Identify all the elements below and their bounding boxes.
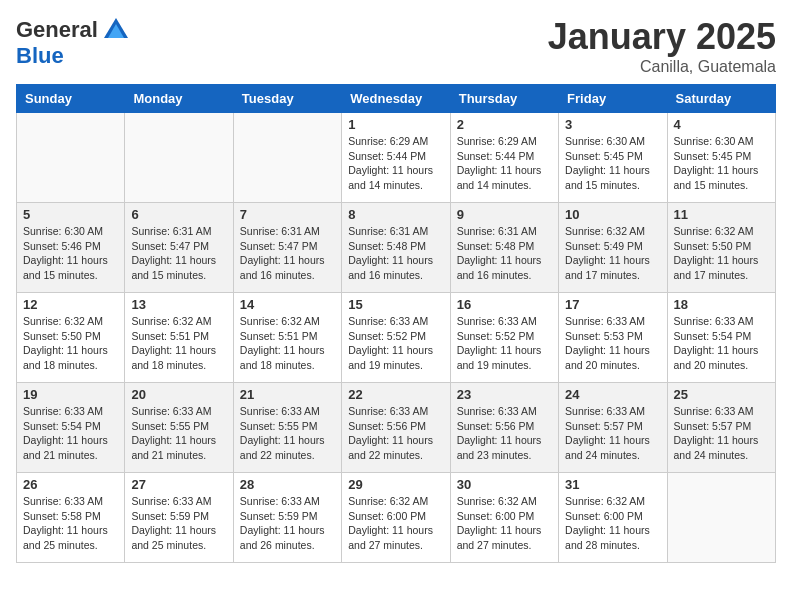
calendar-table: SundayMondayTuesdayWednesdayThursdayFrid… <box>16 84 776 563</box>
day-info: Sunrise: 6:33 AM Sunset: 5:52 PM Dayligh… <box>457 314 552 373</box>
weekday-header: Tuesday <box>233 85 341 113</box>
day-number: 6 <box>131 207 226 222</box>
calendar-cell: 29Sunrise: 6:32 AM Sunset: 6:00 PM Dayli… <box>342 473 450 563</box>
day-info: Sunrise: 6:31 AM Sunset: 5:48 PM Dayligh… <box>348 224 443 283</box>
day-info: Sunrise: 6:32 AM Sunset: 5:51 PM Dayligh… <box>131 314 226 373</box>
day-number: 25 <box>674 387 769 402</box>
calendar-cell: 13Sunrise: 6:32 AM Sunset: 5:51 PM Dayli… <box>125 293 233 383</box>
day-info: Sunrise: 6:31 AM Sunset: 5:48 PM Dayligh… <box>457 224 552 283</box>
page-header: General Blue January 2025 Canilla, Guate… <box>16 16 776 76</box>
calendar-cell: 31Sunrise: 6:32 AM Sunset: 6:00 PM Dayli… <box>559 473 667 563</box>
day-number: 31 <box>565 477 660 492</box>
day-number: 8 <box>348 207 443 222</box>
logo-blue-text: Blue <box>16 43 64 68</box>
day-info: Sunrise: 6:33 AM Sunset: 5:57 PM Dayligh… <box>565 404 660 463</box>
calendar-cell: 2Sunrise: 6:29 AM Sunset: 5:44 PM Daylig… <box>450 113 558 203</box>
calendar-cell <box>17 113 125 203</box>
day-info: Sunrise: 6:33 AM Sunset: 5:55 PM Dayligh… <box>131 404 226 463</box>
calendar-cell: 19Sunrise: 6:33 AM Sunset: 5:54 PM Dayli… <box>17 383 125 473</box>
day-info: Sunrise: 6:33 AM Sunset: 5:54 PM Dayligh… <box>674 314 769 373</box>
day-number: 22 <box>348 387 443 402</box>
day-info: Sunrise: 6:33 AM Sunset: 5:56 PM Dayligh… <box>457 404 552 463</box>
calendar-cell: 27Sunrise: 6:33 AM Sunset: 5:59 PM Dayli… <box>125 473 233 563</box>
day-number: 14 <box>240 297 335 312</box>
day-info: Sunrise: 6:33 AM Sunset: 5:56 PM Dayligh… <box>348 404 443 463</box>
calendar-cell: 20Sunrise: 6:33 AM Sunset: 5:55 PM Dayli… <box>125 383 233 473</box>
calendar-week-row: 19Sunrise: 6:33 AM Sunset: 5:54 PM Dayli… <box>17 383 776 473</box>
calendar-cell: 24Sunrise: 6:33 AM Sunset: 5:57 PM Dayli… <box>559 383 667 473</box>
day-number: 19 <box>23 387 118 402</box>
calendar-cell: 17Sunrise: 6:33 AM Sunset: 5:53 PM Dayli… <box>559 293 667 383</box>
page-title: January 2025 <box>548 16 776 58</box>
logo-general-text: General <box>16 18 98 42</box>
day-number: 29 <box>348 477 443 492</box>
calendar-week-row: 12Sunrise: 6:32 AM Sunset: 5:50 PM Dayli… <box>17 293 776 383</box>
day-info: Sunrise: 6:33 AM Sunset: 5:57 PM Dayligh… <box>674 404 769 463</box>
day-info: Sunrise: 6:32 AM Sunset: 6:00 PM Dayligh… <box>348 494 443 553</box>
calendar-cell: 18Sunrise: 6:33 AM Sunset: 5:54 PM Dayli… <box>667 293 775 383</box>
logo: General Blue <box>16 16 130 68</box>
title-block: January 2025 Canilla, Guatemala <box>548 16 776 76</box>
calendar-week-row: 26Sunrise: 6:33 AM Sunset: 5:58 PM Dayli… <box>17 473 776 563</box>
day-number: 12 <box>23 297 118 312</box>
calendar-cell: 11Sunrise: 6:32 AM Sunset: 5:50 PM Dayli… <box>667 203 775 293</box>
calendar-cell: 14Sunrise: 6:32 AM Sunset: 5:51 PM Dayli… <box>233 293 341 383</box>
day-info: Sunrise: 6:31 AM Sunset: 5:47 PM Dayligh… <box>131 224 226 283</box>
day-info: Sunrise: 6:30 AM Sunset: 5:45 PM Dayligh… <box>674 134 769 193</box>
calendar-cell: 30Sunrise: 6:32 AM Sunset: 6:00 PM Dayli… <box>450 473 558 563</box>
calendar-cell: 26Sunrise: 6:33 AM Sunset: 5:58 PM Dayli… <box>17 473 125 563</box>
calendar-cell <box>233 113 341 203</box>
day-number: 9 <box>457 207 552 222</box>
calendar-cell: 4Sunrise: 6:30 AM Sunset: 5:45 PM Daylig… <box>667 113 775 203</box>
calendar-week-row: 5Sunrise: 6:30 AM Sunset: 5:46 PM Daylig… <box>17 203 776 293</box>
weekday-header: Saturday <box>667 85 775 113</box>
calendar-cell: 3Sunrise: 6:30 AM Sunset: 5:45 PM Daylig… <box>559 113 667 203</box>
day-info: Sunrise: 6:33 AM Sunset: 5:59 PM Dayligh… <box>240 494 335 553</box>
day-number: 18 <box>674 297 769 312</box>
day-info: Sunrise: 6:29 AM Sunset: 5:44 PM Dayligh… <box>457 134 552 193</box>
day-number: 21 <box>240 387 335 402</box>
calendar-cell: 22Sunrise: 6:33 AM Sunset: 5:56 PM Dayli… <box>342 383 450 473</box>
calendar-cell: 1Sunrise: 6:29 AM Sunset: 5:44 PM Daylig… <box>342 113 450 203</box>
day-info: Sunrise: 6:32 AM Sunset: 5:49 PM Dayligh… <box>565 224 660 283</box>
day-number: 26 <box>23 477 118 492</box>
day-number: 1 <box>348 117 443 132</box>
calendar-week-row: 1Sunrise: 6:29 AM Sunset: 5:44 PM Daylig… <box>17 113 776 203</box>
weekday-header: Thursday <box>450 85 558 113</box>
day-info: Sunrise: 6:32 AM Sunset: 6:00 PM Dayligh… <box>457 494 552 553</box>
day-info: Sunrise: 6:31 AM Sunset: 5:47 PM Dayligh… <box>240 224 335 283</box>
day-info: Sunrise: 6:32 AM Sunset: 5:50 PM Dayligh… <box>674 224 769 283</box>
day-number: 10 <box>565 207 660 222</box>
day-number: 15 <box>348 297 443 312</box>
day-info: Sunrise: 6:30 AM Sunset: 5:45 PM Dayligh… <box>565 134 660 193</box>
calendar-cell: 23Sunrise: 6:33 AM Sunset: 5:56 PM Dayli… <box>450 383 558 473</box>
calendar-cell: 8Sunrise: 6:31 AM Sunset: 5:48 PM Daylig… <box>342 203 450 293</box>
calendar-cell <box>667 473 775 563</box>
day-info: Sunrise: 6:33 AM Sunset: 5:59 PM Dayligh… <box>131 494 226 553</box>
day-number: 30 <box>457 477 552 492</box>
day-number: 24 <box>565 387 660 402</box>
calendar-cell: 10Sunrise: 6:32 AM Sunset: 5:49 PM Dayli… <box>559 203 667 293</box>
day-number: 4 <box>674 117 769 132</box>
day-number: 16 <box>457 297 552 312</box>
weekday-header: Sunday <box>17 85 125 113</box>
calendar-cell: 7Sunrise: 6:31 AM Sunset: 5:47 PM Daylig… <box>233 203 341 293</box>
day-number: 7 <box>240 207 335 222</box>
day-number: 20 <box>131 387 226 402</box>
calendar-cell: 12Sunrise: 6:32 AM Sunset: 5:50 PM Dayli… <box>17 293 125 383</box>
calendar-cell: 16Sunrise: 6:33 AM Sunset: 5:52 PM Dayli… <box>450 293 558 383</box>
day-info: Sunrise: 6:33 AM Sunset: 5:53 PM Dayligh… <box>565 314 660 373</box>
weekday-header: Friday <box>559 85 667 113</box>
day-number: 27 <box>131 477 226 492</box>
logo-icon <box>102 16 130 44</box>
day-info: Sunrise: 6:33 AM Sunset: 5:55 PM Dayligh… <box>240 404 335 463</box>
weekday-header: Monday <box>125 85 233 113</box>
day-number: 23 <box>457 387 552 402</box>
calendar-cell: 5Sunrise: 6:30 AM Sunset: 5:46 PM Daylig… <box>17 203 125 293</box>
calendar-cell: 15Sunrise: 6:33 AM Sunset: 5:52 PM Dayli… <box>342 293 450 383</box>
day-info: Sunrise: 6:29 AM Sunset: 5:44 PM Dayligh… <box>348 134 443 193</box>
day-number: 11 <box>674 207 769 222</box>
day-number: 5 <box>23 207 118 222</box>
calendar-cell: 28Sunrise: 6:33 AM Sunset: 5:59 PM Dayli… <box>233 473 341 563</box>
day-number: 2 <box>457 117 552 132</box>
